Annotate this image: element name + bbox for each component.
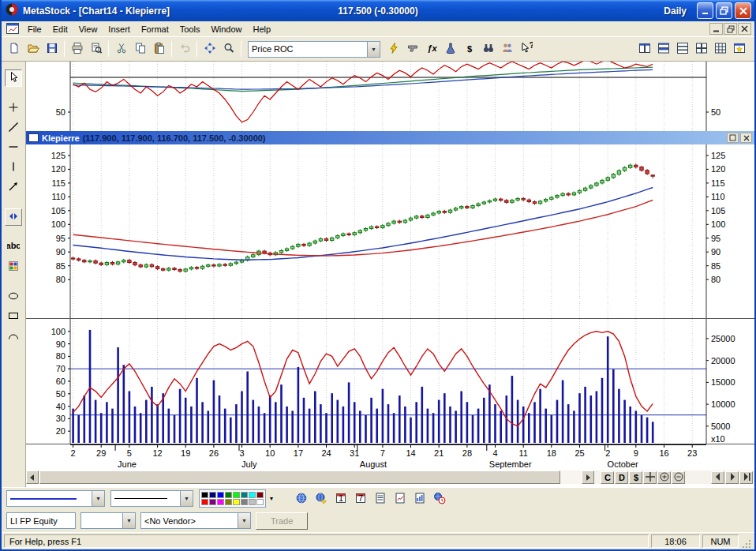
palette-color-swatch[interactable] <box>249 492 256 498</box>
indicator-quicklist-arrow-icon[interactable]: ▼ <box>367 42 380 57</box>
symbol-palette-button[interactable] <box>5 258 22 276</box>
chart-restore-button[interactable] <box>727 133 739 143</box>
dollar-scale-button[interactable]: $ <box>629 471 642 484</box>
price-panel[interactable]: 8080858590909595100100105105110110115115… <box>26 144 754 318</box>
online-refresh-button[interactable] <box>312 490 330 508</box>
zoom-in-button[interactable] <box>657 471 671 484</box>
menu-file[interactable]: File <box>22 23 47 36</box>
menu-help[interactable]: Help <box>248 23 277 36</box>
scrollbar-thumb[interactable] <box>39 470 560 484</box>
expert-advisor-button[interactable] <box>384 40 402 58</box>
grid-3x3-button[interactable] <box>711 40 729 58</box>
line-weight-combo[interactable]: ▼ <box>6 490 105 507</box>
line-style-arrow-icon[interactable]: ▼ <box>180 491 193 506</box>
scrollbar-track[interactable] <box>39 470 582 484</box>
new-button[interactable] <box>5 40 23 58</box>
minimize-button[interactable] <box>697 2 713 19</box>
calendar-daily-button[interactable]: 1 <box>331 490 350 508</box>
print-preview-button[interactable] <box>87 40 105 58</box>
scroll-right-button[interactable] <box>582 470 594 484</box>
tile-columns-button[interactable] <box>635 40 653 58</box>
menu-edit[interactable]: Edit <box>47 23 73 36</box>
symbol-input[interactable] <box>6 512 76 529</box>
volume-panel[interactable]: 2030405060708090100500010000150002000025… <box>26 319 754 444</box>
menu-window[interactable]: Window <box>205 23 247 36</box>
palette-color-swatch[interactable] <box>225 499 232 505</box>
pointer-move-button[interactable] <box>200 40 219 58</box>
palette-color-swatch[interactable] <box>256 492 264 498</box>
palette-color-swatch[interactable] <box>209 499 216 505</box>
save-button[interactable] <box>43 40 61 58</box>
line-style-combo[interactable]: ▼ <box>110 490 193 507</box>
tile-rows-button[interactable] <box>654 40 672 58</box>
price-alert-button[interactable] <box>403 40 421 58</box>
page-end-button[interactable] <box>739 471 753 484</box>
palette-color-swatch[interactable] <box>241 492 248 498</box>
downloader-button[interactable] <box>292 490 310 508</box>
line-weight-arrow-icon[interactable]: ▼ <box>92 491 104 506</box>
ellipse-tool-button[interactable] <box>5 288 22 305</box>
copy-button[interactable] <box>131 40 149 58</box>
world-time-button[interactable] <box>430 490 448 508</box>
cut-button[interactable] <box>112 40 130 58</box>
horizontal-line-button[interactable] <box>5 139 22 156</box>
trade-button[interactable]: Trade <box>256 512 308 530</box>
undo-button[interactable] <box>175 40 193 58</box>
palette-color-swatch[interactable] <box>209 492 216 498</box>
calendar-weekly-button[interactable]: 7 <box>351 490 369 508</box>
arc-tool-button[interactable] <box>5 328 22 345</box>
color-palette[interactable]: ▼ <box>199 489 277 508</box>
palette-color-swatch[interactable] <box>217 499 224 505</box>
system-tester-button[interactable] <box>441 40 459 58</box>
page-right-button[interactable] <box>725 471 739 484</box>
text-tool-button[interactable]: abc <box>5 238 22 256</box>
chart-window-icon[interactable] <box>6 23 19 36</box>
arrow-tool-button[interactable] <box>5 178 22 196</box>
rectangle-tool-button[interactable] <box>5 308 22 325</box>
palette-color-swatch[interactable] <box>256 499 264 505</box>
print-button[interactable] <box>68 40 86 58</box>
zoom-out-button[interactable] <box>672 471 685 484</box>
grid-2x2-button[interactable] <box>692 40 710 58</box>
palette-color-swatch[interactable] <box>233 499 240 505</box>
palette-color-swatch[interactable] <box>241 499 248 505</box>
mdi-close-button[interactable] <box>738 23 751 35</box>
vendor-combo[interactable]: <No Vendor> ▼ <box>140 512 251 529</box>
calendar-scale-button[interactable]: C <box>601 471 614 484</box>
crosshair-mode-button[interactable] <box>643 471 657 484</box>
chart-layout-button[interactable] <box>730 40 748 58</box>
data-scale-button[interactable]: D <box>615 471 628 484</box>
close-button[interactable] <box>735 2 751 19</box>
indicator-builder-button[interactable]: ƒx <box>422 40 440 58</box>
tile-stack-button[interactable] <box>673 40 691 58</box>
zoom-button[interactable] <box>219 40 238 58</box>
palette-color-swatch[interactable] <box>233 492 240 498</box>
mdi-restore-button[interactable] <box>724 23 737 35</box>
scroll-chart-button[interactable] <box>5 208 22 226</box>
palette-color-swatch[interactable] <box>225 492 232 498</box>
paste-button[interactable] <box>150 40 168 58</box>
crosshair-button[interactable] <box>5 99 22 117</box>
vendor-arrow-icon[interactable]: ▼ <box>238 513 250 528</box>
interval-combo[interactable]: ▼ <box>80 512 136 529</box>
palette-color-swatch[interactable] <box>201 492 208 498</box>
chart-title-bar[interactable]: Klepierre (117.900, 117.900, 116.700, 11… <box>26 131 754 144</box>
restore-button[interactable] <box>716 2 732 19</box>
scroll-left-button[interactable] <box>26 470 39 484</box>
color-palette-arrow-icon[interactable]: ▼ <box>266 490 277 508</box>
page-left-button[interactable] <box>711 471 724 484</box>
chart-close-button[interactable] <box>740 133 752 143</box>
menu-tools[interactable]: Tools <box>174 23 206 36</box>
mdi-minimize-button[interactable] <box>709 23 723 35</box>
open-button[interactable] <box>24 40 42 58</box>
palette-color-swatch[interactable] <box>201 499 208 505</box>
menu-insert[interactable]: Insert <box>103 23 136 36</box>
interval-arrow-icon[interactable]: ▼ <box>122 513 135 528</box>
palette-color-swatch[interactable] <box>249 499 256 505</box>
report-1-button[interactable] <box>371 490 389 508</box>
explorer-button[interactable] <box>479 40 497 58</box>
report-2-button[interactable] <box>391 490 409 508</box>
pointer-button[interactable] <box>5 69 22 87</box>
optionscope-button[interactable] <box>498 40 516 58</box>
indicator-panel[interactable]: 5050 <box>26 62 754 131</box>
